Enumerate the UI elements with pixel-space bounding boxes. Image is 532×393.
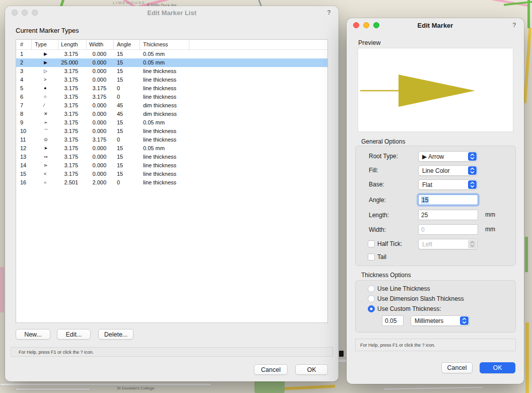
length-cell: 3.175 <box>58 67 87 76</box>
tail-checkbox[interactable] <box>368 253 375 260</box>
angle-cell: 0 <box>114 84 140 93</box>
tail-label: Tail <box>377 253 386 260</box>
column-header-num[interactable]: # <box>16 40 32 49</box>
close-button[interactable] <box>12 10 18 16</box>
list-window-titlebar[interactable]: Edit Marker List ? <box>5 6 339 19</box>
marker-row-12[interactable]: 12➤3.1750.000150.05 mm <box>16 144 327 153</box>
row-number: 5 <box>16 84 32 93</box>
marker-row-15[interactable]: 15<3.1750.00015line thickness <box>16 170 327 178</box>
popup-stepper-icon <box>468 166 477 175</box>
thickness-cell: line thickness <box>140 84 189 93</box>
map-road <box>525 322 529 393</box>
use-custom-thickness-radio[interactable] <box>368 305 375 312</box>
ok-button[interactable]: OK <box>295 364 328 375</box>
delete-button[interactable]: Delete... <box>98 329 134 340</box>
cancel-button[interactable]: Cancel <box>254 364 288 375</box>
column-header-angle[interactable]: Angle <box>114 40 140 49</box>
row-number: 3 <box>16 67 32 76</box>
thickness-cell: line thickness <box>140 161 189 170</box>
angle-cell: 15 <box>114 50 140 58</box>
zoom-button[interactable] <box>373 22 379 28</box>
map-road <box>15 388 91 390</box>
thickness-cell: line thickness <box>140 153 189 161</box>
angle-cell: 0 <box>114 178 140 187</box>
thickness-cell: line thickness <box>140 178 189 187</box>
new-button[interactable]: New... <box>16 329 50 340</box>
marker-row-1[interactable]: 1▶3.1750.000150.05 mm <box>16 50 327 58</box>
row-number: 6 <box>16 93 32 101</box>
general-options-label: General Options <box>361 138 405 145</box>
map-road <box>0 383 212 386</box>
map-park <box>254 381 285 393</box>
marker-row-5[interactable]: 5●3.1753.1750line thickness <box>16 84 327 93</box>
thickness-unit-select[interactable]: Millimeters <box>411 315 470 326</box>
minimize-button[interactable] <box>22 10 28 16</box>
preview-arrow-graphic <box>358 48 513 132</box>
custom-thickness-input[interactable] <box>382 315 404 326</box>
width-unit-label: mm <box>485 226 495 233</box>
marker-row-11[interactable]: 11⊙3.1753.1750line thickness <box>16 136 327 144</box>
length-cell: 3.175 <box>58 50 87 58</box>
help-icon[interactable]: ? <box>325 9 333 17</box>
column-header-width[interactable]: Width <box>87 40 114 49</box>
edit-marker-list-window: Edit Marker List ? Current Marker Types … <box>5 6 339 381</box>
fill-select[interactable]: Line Color <box>418 165 478 176</box>
marker-type-icon: > <box>32 76 58 84</box>
thickness-cell: line thickness <box>140 170 189 178</box>
length-input[interactable] <box>418 210 478 220</box>
use-dimension-slash-thickness-radio[interactable] <box>368 295 375 302</box>
column-header-length[interactable]: Length <box>58 40 87 49</box>
thickness-cell: line thickness <box>140 67 189 76</box>
width-cell: 0.000 <box>87 50 114 58</box>
marker-row-9[interactable]: 9➢3.1750.000150.05 mm <box>16 118 327 127</box>
marker-row-2[interactable]: 2▶25.0000.000150.05 mm <box>16 58 327 67</box>
row-number: 7 <box>16 101 32 110</box>
angle-cell: 15 <box>114 161 140 170</box>
minimize-button[interactable] <box>363 22 369 28</box>
marker-row-13[interactable]: 13↣3.1750.00015line thickness <box>16 153 327 161</box>
half-tick-checkbox[interactable] <box>368 240 375 247</box>
length-cell: 2.501 <box>58 178 87 187</box>
angle-input[interactable]: 15 <box>418 194 478 205</box>
marker-type-icon: ✕ <box>32 110 58 118</box>
half-tick-side-select[interactable]: Left <box>418 239 478 249</box>
marker-row-14[interactable]: 14⋗3.1750.00015line thickness <box>16 161 327 170</box>
marker-row-7[interactable]: 7∕3.1750.00045dim thickness <box>16 101 327 110</box>
zoom-button[interactable] <box>32 10 38 16</box>
marker-row-4[interactable]: 4>3.1750.00015line thickness <box>16 76 327 84</box>
angle-cell: 15 <box>114 58 140 67</box>
column-header-filler <box>189 40 327 49</box>
length-cell: 3.175 <box>58 76 87 84</box>
base-select[interactable]: Flat <box>418 179 478 190</box>
map-marker <box>339 351 344 357</box>
length-cell: 3.175 <box>58 110 87 118</box>
marker-row-8[interactable]: 8✕3.1750.00045dim thickness <box>16 110 327 118</box>
map-road <box>338 359 347 363</box>
edit-button[interactable]: Edit... <box>57 329 91 340</box>
root-type-select[interactable]: ▶ Arrow <box>418 151 478 162</box>
width-cell: 0.000 <box>87 153 114 161</box>
marker-row-10[interactable]: 10⌒3.1750.00015line thickness <box>16 127 327 136</box>
map-road <box>525 237 528 272</box>
marker-row-16[interactable]: 16=2.5012.0000line thickness <box>16 178 327 187</box>
row-number: 1 <box>16 50 32 58</box>
width-cell: 0.000 <box>87 161 114 170</box>
cancel-button[interactable]: Cancel <box>441 362 473 373</box>
marker-row-3[interactable]: 3▷3.1750.00015line thickness <box>16 67 327 76</box>
map-road <box>523 28 531 103</box>
width-label: Width: <box>369 226 386 233</box>
map-road <box>527 0 530 28</box>
width-input[interactable] <box>418 224 478 235</box>
help-icon[interactable]: ? <box>510 21 518 29</box>
thickness-options-label: Thickness Options <box>361 272 411 279</box>
marker-row-6[interactable]: 6○3.1753.1750line thickness <box>16 93 327 101</box>
preview-label: Preview <box>358 39 380 46</box>
ok-button[interactable]: OK <box>480 362 515 373</box>
column-header-thickness[interactable]: Thickness <box>140 40 189 49</box>
angle-cell: 45 <box>114 101 140 110</box>
close-button[interactable] <box>353 22 359 28</box>
column-header-type[interactable]: Type <box>32 40 58 49</box>
edit-window-titlebar[interactable]: Edit Marker ? <box>347 18 524 32</box>
use-line-thickness-radio[interactable] <box>368 285 375 292</box>
marker-type-icon: ⌒ <box>32 127 58 136</box>
